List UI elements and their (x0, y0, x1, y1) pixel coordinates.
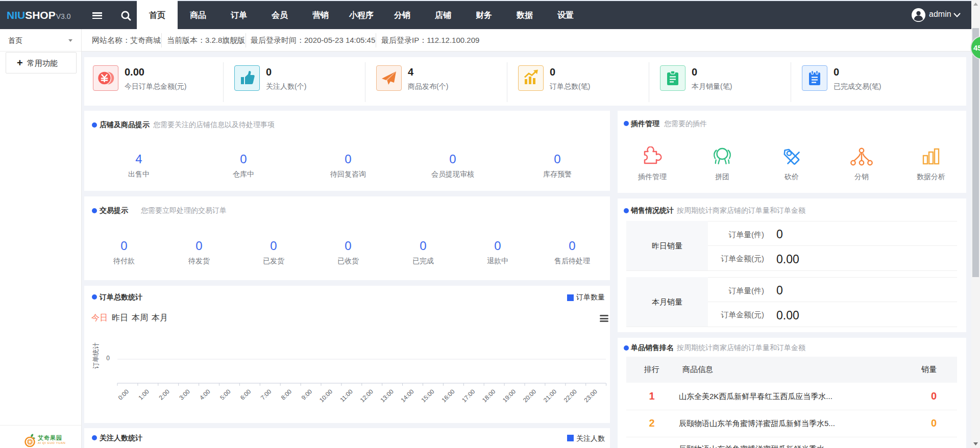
svg-text:18:00: 18:00 (481, 388, 497, 404)
svg-text:12:00: 12:00 (359, 388, 375, 404)
svg-text:23:00: 23:00 (583, 388, 599, 404)
svg-text:9:00: 9:00 (300, 388, 314, 402)
svg-text:14:00: 14:00 (399, 388, 415, 404)
svg-text:6:00: 6:00 (239, 388, 253, 402)
svg-text:0: 0 (106, 355, 110, 362)
svg-text:7:00: 7:00 (259, 388, 273, 402)
svg-text:16:00: 16:00 (440, 388, 456, 404)
svg-text:1:00: 1:00 (137, 388, 151, 402)
svg-text:3:00: 3:00 (178, 388, 191, 402)
svg-text:0:00: 0:00 (117, 388, 131, 402)
svg-text:11:00: 11:00 (338, 388, 354, 404)
svg-text:10:00: 10:00 (318, 388, 334, 404)
svg-text:22:00: 22:00 (562, 388, 578, 404)
svg-text:4:00: 4:00 (198, 388, 212, 402)
svg-text:20:00: 20:00 (522, 388, 537, 404)
svg-text:8:00: 8:00 (280, 388, 293, 402)
svg-text:19:00: 19:00 (501, 388, 517, 404)
svg-text:13:00: 13:00 (379, 388, 395, 404)
svg-text:17:00: 17:00 (460, 388, 476, 404)
svg-text:5:00: 5:00 (218, 388, 232, 402)
svg-text:2:00: 2:00 (158, 388, 172, 402)
svg-text:15:00: 15:00 (420, 388, 435, 404)
svg-text:订单统计: 订单统计 (92, 342, 100, 369)
svg-text:21:00: 21:00 (542, 388, 558, 404)
